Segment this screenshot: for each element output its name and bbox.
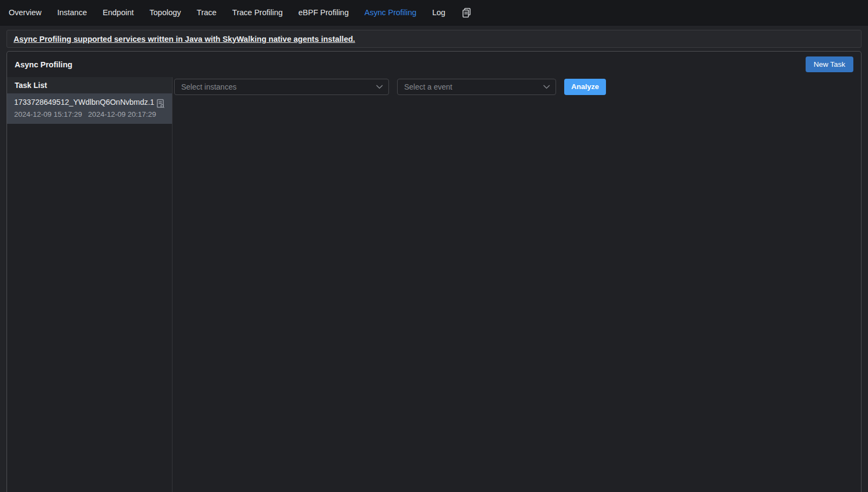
panel-header: Async Profiling New Task [7, 52, 861, 77]
new-task-button[interactable]: New Task [806, 56, 853, 73]
task-list-header: Task List [7, 77, 172, 93]
tab-async-profiling[interactable]: Async Profiling [365, 8, 417, 17]
supported-services-link[interactable]: Async Profiling supported services writt… [14, 35, 355, 43]
content-area: Select instances Select a event [173, 77, 861, 492]
panel-body: Task List 1733728649512_YWdlbnQ6OnNvbmdz… [7, 77, 861, 492]
async-profiling-panel: Async Profiling New Task Task List 17337… [7, 51, 861, 492]
task-name: 1733728649512_YWdlbnQ6OnNvbmdz.1 [14, 98, 165, 106]
document-search-icon[interactable] [156, 99, 165, 109]
tab-endpoint[interactable]: Endpoint [103, 8, 133, 17]
task-list-column: Task List 1733728649512_YWdlbnQ6OnNvbmdz… [7, 77, 173, 492]
tab-instance[interactable]: Instance [57, 8, 87, 17]
instances-select-placeholder: Select instances [181, 83, 237, 91]
tab-trace[interactable]: Trace [197, 8, 217, 17]
task-start-time: 2024-12-09 15:17:29 [14, 110, 82, 118]
instances-select[interactable]: Select instances [174, 79, 389, 95]
task-dates: 2024-12-09 15:17:29 2024-12-09 20:17:29 [14, 110, 165, 118]
top-navbar: Overview Instance Endpoint Topology Trac… [0, 0, 868, 26]
task-list-item[interactable]: 1733728649512_YWdlbnQ6OnNvbmdz.1 2024-12… [7, 93, 172, 124]
analyze-button[interactable]: Analyze [564, 79, 606, 95]
tab-ebpf-profiling[interactable]: eBPF Profiling [298, 8, 349, 17]
panel-title: Async Profiling [15, 60, 72, 69]
documents-icon[interactable] [462, 8, 471, 18]
event-select[interactable]: Select a event [397, 79, 556, 95]
tab-trace-profiling[interactable]: Trace Profiling [232, 8, 283, 17]
task-end-time: 2024-12-09 20:17:29 [88, 110, 156, 118]
toolbar: Select instances Select a event [173, 79, 861, 95]
event-select-placeholder: Select a event [404, 83, 452, 91]
tab-topology[interactable]: Topology [150, 8, 181, 17]
info-banner: Async Profiling supported services writt… [7, 30, 861, 48]
chevron-down-icon [376, 85, 383, 89]
tab-overview[interactable]: Overview [9, 8, 41, 17]
chevron-down-icon [543, 85, 550, 89]
tab-log[interactable]: Log [432, 8, 445, 17]
